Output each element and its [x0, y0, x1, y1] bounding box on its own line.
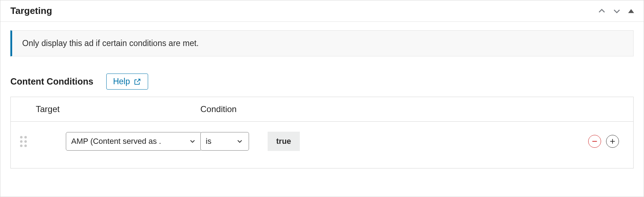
- chevron-down-icon: [236, 137, 244, 145]
- add-condition-button[interactable]: [606, 135, 619, 148]
- condition-select-value: is: [206, 137, 211, 146]
- condition-select[interactable]: is: [200, 132, 249, 151]
- external-link-icon: [133, 78, 141, 86]
- triangle-up-icon: [627, 7, 635, 15]
- condition-cell: is: [200, 132, 258, 151]
- move-panel-down-button[interactable]: [612, 6, 621, 16]
- col-value-head: [258, 97, 562, 121]
- plus-icon: [609, 137, 616, 145]
- col-target-head: Target: [36, 97, 200, 121]
- value-cell: true: [258, 132, 562, 151]
- col-actions-head: [562, 97, 633, 121]
- target-cell: AMP (Content served as .: [36, 132, 200, 151]
- content-conditions-title: Content Conditions: [10, 76, 93, 87]
- chevron-up-icon: [597, 6, 606, 16]
- minus-icon: [591, 137, 599, 145]
- help-button-label: Help: [113, 77, 130, 86]
- row-actions: [562, 135, 633, 148]
- chevron-down-icon: [612, 6, 621, 16]
- remove-condition-button[interactable]: [588, 135, 601, 148]
- conditions-table: Target Condition AMP (Content served as …: [10, 97, 634, 168]
- move-panel-up-button[interactable]: [597, 6, 606, 16]
- help-button[interactable]: Help: [106, 74, 148, 90]
- target-select[interactable]: AMP (Content served as .: [66, 132, 202, 151]
- panel-title: Targeting: [10, 5, 52, 16]
- info-notice: Only display this ad if certain conditio…: [10, 30, 634, 56]
- info-notice-text: Only display this ad if certain conditio…: [22, 39, 199, 48]
- content-conditions-header: Content Conditions Help: [10, 74, 634, 90]
- svg-marker-0: [628, 9, 634, 13]
- collapse-panel-button[interactable]: [627, 7, 635, 15]
- chevron-down-icon: [189, 137, 196, 145]
- targeting-panel: Targeting Only display this ad if certai…: [0, 0, 644, 197]
- drag-handle-icon: [20, 136, 27, 147]
- conditions-table-header: Target Condition: [11, 97, 633, 122]
- panel-body: Only display this ad if certain conditio…: [0, 22, 644, 178]
- drag-handle[interactable]: [11, 136, 36, 147]
- col-handle-head: [11, 97, 36, 121]
- panel-header: Targeting: [0, 0, 644, 22]
- col-condition-head: Condition: [200, 97, 258, 121]
- panel-header-controls: [597, 6, 635, 16]
- value-chip[interactable]: true: [268, 132, 300, 151]
- condition-row: AMP (Content served as . is true: [11, 122, 633, 168]
- target-select-value: AMP (Content served as .: [71, 137, 161, 146]
